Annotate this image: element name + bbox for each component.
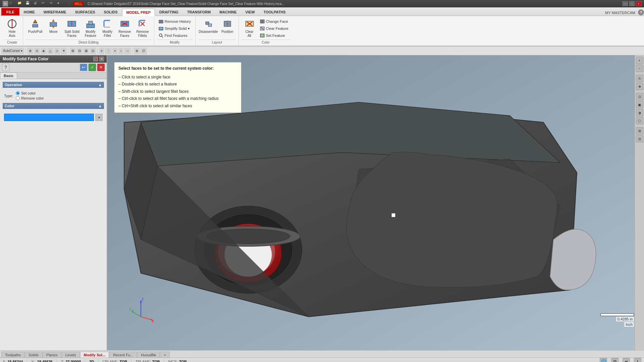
tab-model-prep[interactable]: MODEL PREP (122, 9, 155, 16)
tab-drafting[interactable]: DRAFTING (155, 8, 183, 15)
my-mastercam-btn[interactable]: MY MASTERCAM (602, 10, 638, 15)
sec-view-1[interactable]: ≡ (99, 48, 104, 54)
tab-view[interactable]: VIEW (241, 8, 259, 15)
clear-feature-button[interactable]: Clear Feature (258, 25, 290, 32)
remove-history-button[interactable]: Remove History (157, 18, 193, 25)
panel-help-btn[interactable]: ? (2, 64, 9, 71)
sec-snap-2[interactable]: ⊙ (34, 48, 40, 54)
status-settings[interactable]: ⚙ (611, 358, 619, 362)
qat-open[interactable]: 📁 (17, 1, 24, 6)
rt-view-sel[interactable]: ▣ (636, 101, 643, 108)
position-button[interactable]: Position (219, 17, 236, 35)
move-button[interactable]: Move (45, 17, 61, 35)
sec-extra-2[interactable]: ∅ (141, 48, 147, 54)
sec-view-5[interactable]: ↔ (124, 48, 131, 54)
btab-levels[interactable]: Levels (62, 352, 80, 358)
qat-save[interactable]: 💾 (25, 1, 32, 6)
sec-extra-1[interactable]: ⊕ (134, 48, 140, 54)
qat-print[interactable]: 🖨 (34, 1, 40, 6)
panel-close-btn[interactable]: ✕ (99, 57, 104, 61)
main-area: Modify Solid Face Color 📌 ✕ ? ↩ ✓ ✕ Basi… (0, 55, 644, 350)
remove-fillets-button[interactable]: RemoveFillets (134, 17, 151, 39)
btab-huvudflik[interactable]: Huvudflik (137, 352, 160, 358)
panel-cancel-btn[interactable]: ✕ (97, 64, 105, 71)
help-button[interactable]: ? (638, 9, 644, 15)
push-pull-button[interactable]: Push/Pull (26, 17, 45, 35)
tab-machine[interactable]: MACHINE (215, 8, 241, 15)
viewport[interactable]: Select faces to be set to the current sy… (107, 55, 644, 350)
panel-ok-btn[interactable]: ✓ (89, 64, 96, 71)
ribbon-group-direct-editing: Push/Pull Move (23, 17, 154, 45)
rt-planes[interactable]: ⊞ (636, 127, 643, 134)
panel-back-btn[interactable]: ↩ (80, 64, 87, 71)
tab-transform[interactable]: TRANSFORM (183, 8, 215, 15)
rt-fit[interactable]: ⊡ (636, 93, 643, 100)
btab-modify-sol[interactable]: Modify Sol... (80, 352, 109, 358)
window-minimize[interactable]: — (623, 1, 628, 6)
simplify-solid-button[interactable]: Simplify Solid ▾ (157, 25, 193, 32)
change-face-button[interactable]: Change Face (258, 18, 290, 25)
find-features-button[interactable]: Find Features (157, 32, 193, 39)
ribbon-group-create: HoleAxis Create (1, 17, 23, 45)
tab-solids[interactable]: SOLIDS (100, 8, 122, 15)
window-close[interactable]: ✕ (636, 1, 641, 6)
tab-wireframe[interactable]: WIREFRAME (39, 8, 71, 15)
window-maximize[interactable]: □ (629, 1, 635, 6)
btab-add[interactable]: + (160, 352, 169, 358)
set-color-radio[interactable] (16, 91, 20, 95)
rt-grid[interactable]: ⊟ (636, 135, 643, 142)
btab-solids[interactable]: Solids (25, 352, 42, 358)
rt-zoom-in[interactable]: + (636, 57, 643, 64)
tab-surfaces[interactable]: SURFACES (71, 8, 100, 15)
status-globe[interactable]: 🌐 (600, 358, 607, 362)
tab-file[interactable]: FILE (1, 8, 19, 15)
color-section-header[interactable]: Color ▲ (3, 103, 104, 109)
split-solid-faces-button[interactable]: Split SolidFaces (62, 17, 82, 39)
sec-tool-4[interactable]: ⊡ (90, 48, 96, 54)
qat-undo[interactable]: ↩ (42, 1, 48, 6)
autocursor-btn[interactable]: AutoCursor ▾ (1, 48, 24, 54)
modify-feature-button[interactable]: ModifyFeature (83, 17, 99, 39)
rt-wire[interactable]: ⬡ (636, 117, 643, 124)
sec-view-2[interactable]: ⋮ (105, 48, 112, 54)
color-swatch[interactable] (4, 114, 94, 121)
color-picker-btn[interactable]: ▾ (95, 114, 103, 121)
remove-faces-button[interactable]: RemoveFaces (116, 17, 133, 39)
rt-shade[interactable]: ◑ (636, 109, 643, 116)
rt-zoom-out[interactable]: − (636, 65, 643, 72)
qat-new[interactable]: □ (9, 1, 16, 6)
clear-all-button[interactable]: ClearAll (241, 17, 258, 39)
btab-recent-fu[interactable]: Recent Fu... (109, 352, 137, 358)
panel-pin-btn[interactable]: 📌 (93, 57, 98, 61)
qat-redo[interactable]: ↪ (50, 1, 56, 6)
remove-color-radio[interactable] (16, 96, 20, 100)
sec-view-4[interactable]: ↕ (118, 48, 123, 54)
rt-pan[interactable]: ✥ (636, 83, 643, 90)
sec-tool-1[interactable]: ⊞ (70, 48, 76, 54)
remove-color-label: Remove color (21, 96, 44, 100)
sec-snap-1[interactable]: ⊕ (27, 48, 33, 54)
sec-view-3[interactable]: ⌖ (112, 48, 118, 54)
sec-snap-4[interactable]: △ (47, 48, 53, 54)
hole-axis-button[interactable]: HoleAxis (4, 17, 20, 39)
btab-toolpaths[interactable]: Toolpaths (1, 352, 24, 358)
qat-more[interactable]: ▸ (58, 1, 64, 6)
sec-tool-3[interactable]: ⊠ (83, 48, 89, 54)
sec-snap-3[interactable]: ◈ (41, 48, 47, 54)
ribbon-group-color: ClearAll Change Face Clear Feature ✓ Set… (239, 17, 293, 45)
set-feature-button[interactable]: ✓ Set Feature (258, 32, 290, 39)
status-connect[interactable]: ⇄ (623, 358, 630, 362)
tab-toolpaths[interactable]: TOOLPATHS (259, 8, 290, 15)
btab-planes[interactable]: Planes (43, 352, 61, 358)
disassemble-button[interactable]: Disassemble (198, 17, 218, 35)
sec-tool-2[interactable]: ⊟ (76, 48, 83, 54)
rt-rotate[interactable]: ↻ (636, 75, 643, 82)
sep1 (25, 48, 26, 54)
sec-snap-6[interactable]: ✦ (61, 48, 67, 54)
status-info[interactable]: ℹ (634, 358, 641, 362)
sec-snap-5[interactable]: ◇ (54, 48, 60, 54)
tab-basic[interactable]: Basic (0, 72, 17, 79)
modify-fillet-button[interactable]: ModifyFillet (99, 17, 115, 39)
tab-home[interactable]: HOME (19, 8, 39, 15)
operation-section-header[interactable]: Operation ▲ (3, 82, 104, 88)
